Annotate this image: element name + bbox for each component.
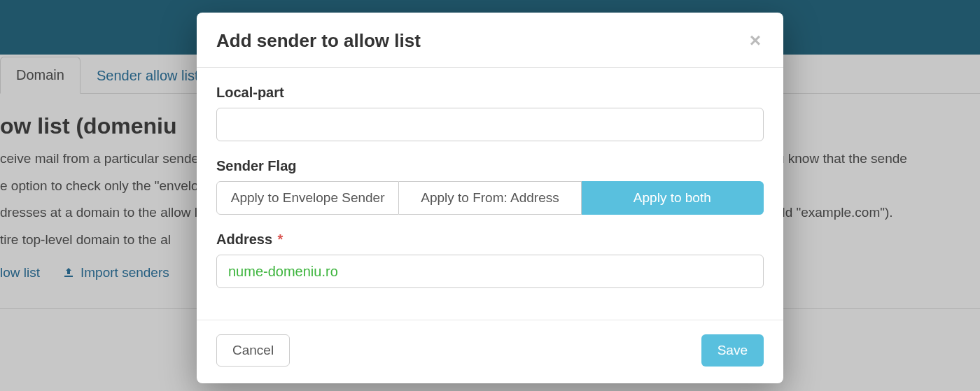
- close-icon[interactable]: ×: [747, 29, 764, 52]
- modal-overlay[interactable]: Add sender to allow list × Local-part Se…: [0, 0, 980, 391]
- sender-flag-both[interactable]: Apply to both: [582, 181, 764, 215]
- sender-flag-envelope-label: Apply to Envelope Sender: [231, 190, 385, 205]
- address-input[interactable]: [216, 255, 764, 288]
- modal-footer: Cancel Save: [197, 320, 783, 383]
- local-part-label: Local-part: [216, 85, 764, 101]
- required-star: *: [278, 232, 284, 247]
- sender-flag-envelope[interactable]: Apply to Envelope Sender: [216, 181, 399, 215]
- address-label: Address *: [216, 232, 764, 248]
- local-part-group: Local-part: [216, 85, 764, 141]
- address-group: Address *: [216, 232, 764, 288]
- add-sender-modal: Add sender to allow list × Local-part Se…: [197, 13, 783, 383]
- sender-flag-label: Sender Flag: [216, 158, 764, 174]
- modal-header: Add sender to allow list ×: [197, 13, 783, 68]
- sender-flag-from-label: Apply to From: Address: [421, 190, 559, 205]
- cancel-button-label: Cancel: [232, 343, 274, 357]
- sender-flag-toggle: Apply to Envelope Sender Apply to From: …: [216, 181, 764, 215]
- sender-flag-from[interactable]: Apply to From: Address: [399, 181, 581, 215]
- save-button-label: Save: [718, 343, 748, 357]
- sender-flag-group: Sender Flag Apply to Envelope Sender App…: [216, 158, 764, 215]
- local-part-input[interactable]: [216, 108, 764, 141]
- modal-body: Local-part Sender Flag Apply to Envelope…: [197, 68, 783, 320]
- save-button[interactable]: Save: [701, 334, 764, 367]
- cancel-button[interactable]: Cancel: [216, 334, 290, 367]
- address-label-text: Address: [216, 232, 272, 247]
- sender-flag-both-label: Apply to both: [634, 190, 711, 205]
- modal-title: Add sender to allow list: [216, 30, 421, 52]
